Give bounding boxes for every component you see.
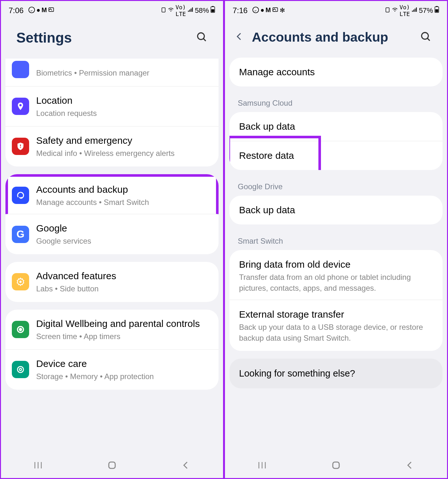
svg-rect-17 xyxy=(109,462,115,468)
device-care-icon xyxy=(12,361,29,378)
svg-rect-23 xyxy=(436,6,438,7)
page-title: Settings xyxy=(16,30,72,46)
svg-rect-20 xyxy=(386,8,389,12)
item-subtitle: Medical info • Wireless emergency alerts xyxy=(36,148,212,159)
item-title: Accounts and backup xyxy=(36,183,212,196)
bring-data-item[interactable]: Bring data from old device Transfer data… xyxy=(229,250,443,300)
item-title: External storage transfer xyxy=(239,309,433,320)
settings-group-partial: Biometrics • Permission manager Location… xyxy=(5,59,219,166)
svg-rect-24 xyxy=(436,9,438,12)
signal-icon xyxy=(411,6,418,15)
item-title: Device care xyxy=(36,357,212,370)
page-title: Accounts and backup xyxy=(252,30,388,45)
signal-icon xyxy=(187,6,194,15)
item-subtitle: Biometrics • Permission manager xyxy=(36,68,212,78)
item-desc: Back up your data to a USB storage devic… xyxy=(239,322,433,343)
status-bar: 7:06 ● M Vo)LTE 58% xyxy=(1,1,223,20)
battery-saver-icon xyxy=(161,6,166,15)
svg-rect-6 xyxy=(212,9,214,12)
back-button[interactable] xyxy=(405,460,415,471)
section-google-drive: Google Drive xyxy=(225,178,447,196)
location-icon xyxy=(12,98,29,115)
svg-point-7 xyxy=(198,33,204,40)
svg-rect-5 xyxy=(212,6,214,7)
item-title: Advanced features xyxy=(36,270,212,282)
status-time: 7:16 xyxy=(233,6,248,15)
item-subtitle: Storage • Memory • App protection xyxy=(36,371,212,382)
home-button[interactable] xyxy=(331,460,341,471)
photo-icon xyxy=(48,6,54,15)
item-subtitle: Location requests xyxy=(36,108,212,119)
item-subtitle: Google services xyxy=(36,236,212,247)
home-button[interactable] xyxy=(107,460,117,471)
gear-icon xyxy=(12,273,29,290)
volte-icon: Vo)LTE xyxy=(399,4,410,17)
svg-point-9 xyxy=(20,281,22,283)
backup-data-item[interactable]: Back up data xyxy=(229,112,443,141)
gmail-icon: M xyxy=(266,6,271,15)
status-time: 7:06 xyxy=(9,6,24,15)
settings-item-advanced[interactable]: Advanced features Labs • Side button xyxy=(5,262,219,302)
biometrics-icon xyxy=(12,61,29,78)
backup-data-gd-item[interactable]: Back up data xyxy=(229,196,443,224)
sync-icon xyxy=(12,187,29,204)
svg-point-3 xyxy=(171,11,172,12)
settings-item-location[interactable]: Location Location requests xyxy=(5,86,219,127)
settings-item-device-care[interactable]: Device care Storage • Memory • App prote… xyxy=(5,350,219,390)
settings-group-wellbeing: Digital Wellbeing and parental controls … xyxy=(5,310,219,390)
manage-accounts-item[interactable]: Manage accounts xyxy=(229,58,443,86)
status-notification-icons: ● M xyxy=(28,6,55,15)
fan-icon: ✻ xyxy=(280,6,285,15)
phone-left: 7:06 ● M Vo)LTE 58% xyxy=(0,0,224,479)
external-storage-item[interactable]: External storage transfer Back up your d… xyxy=(229,300,443,351)
item-title: Google xyxy=(36,222,212,234)
gmail-icon: M xyxy=(42,6,47,15)
section-samsung-cloud: Samsung Cloud xyxy=(225,94,447,112)
nav-bar xyxy=(225,454,447,478)
manage-accounts-card: Manage accounts xyxy=(229,58,443,86)
item-title: Digital Wellbeing and parental controls xyxy=(36,317,212,330)
svg-point-12 xyxy=(18,367,24,373)
settings-item-safety[interactable]: Safety and emergency Medical info • Wire… xyxy=(5,126,219,166)
svg-point-11 xyxy=(20,328,22,330)
section-smart-switch: Smart Switch xyxy=(225,232,447,250)
battery-icon xyxy=(434,6,439,15)
google-icon: G xyxy=(12,226,29,243)
restore-data-item[interactable]: Restore data xyxy=(229,141,443,170)
wellbeing-icon xyxy=(12,321,29,338)
battery-text: 57% xyxy=(419,6,433,15)
settings-header: Settings xyxy=(1,20,223,59)
settings-group-accounts: Accounts and backup Manage accounts • Sm… xyxy=(5,174,219,254)
settings-group-advanced: Advanced features Labs • Side button xyxy=(5,262,219,302)
back-button[interactable] xyxy=(181,460,191,471)
wifi-icon xyxy=(392,6,398,15)
item-desc: Transfer data from an old phone or table… xyxy=(239,272,433,293)
safety-icon xyxy=(12,138,29,155)
battery-icon xyxy=(210,6,215,15)
phone-right: 7:16 ● M ✻ Vo)LTE xyxy=(224,0,448,479)
google-drive-card: Back up data xyxy=(229,196,443,224)
photo-icon xyxy=(272,6,278,15)
back-icon[interactable] xyxy=(235,31,244,44)
svg-line-26 xyxy=(428,38,430,41)
looking-for-item[interactable]: Looking for something else? xyxy=(229,359,443,388)
item-subtitle: Labs • Side button xyxy=(36,283,212,294)
settings-item-biometrics[interactable]: Biometrics • Permission manager xyxy=(5,59,219,86)
smart-switch-card: Bring data from old device Transfer data… xyxy=(229,250,443,351)
chat-icon: ● xyxy=(36,6,40,15)
recents-button[interactable] xyxy=(33,460,43,471)
settings-item-wellbeing[interactable]: Digital Wellbeing and parental controls … xyxy=(5,310,219,350)
search-icon[interactable] xyxy=(196,31,208,44)
item-subtitle: Manage accounts • Smart Switch xyxy=(36,197,212,208)
svg-rect-30 xyxy=(333,462,339,468)
settings-item-google[interactable]: G Google Google services xyxy=(5,214,219,254)
samsung-cloud-card: Back up data Restore data xyxy=(229,112,443,170)
volte-icon: Vo)LTE xyxy=(175,4,186,17)
whatsapp-icon xyxy=(252,6,259,15)
settings-item-accounts-backup[interactable]: Accounts and backup Manage accounts • Sm… xyxy=(5,174,219,215)
recents-button[interactable] xyxy=(257,460,267,471)
svg-point-0 xyxy=(29,7,35,12)
search-icon[interactable] xyxy=(420,31,432,44)
accounts-header: Accounts and backup xyxy=(225,20,447,58)
item-title: Location xyxy=(36,94,212,107)
